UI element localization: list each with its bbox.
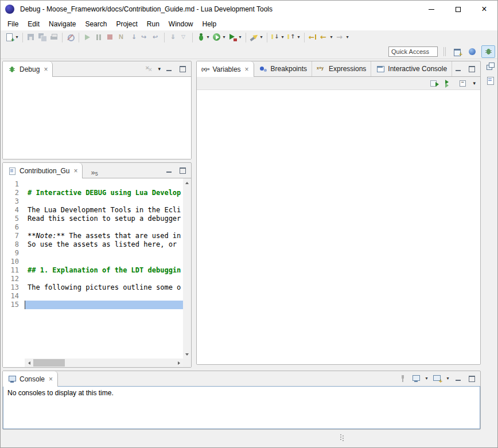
debug-button[interactable]: ▾ <box>195 31 211 44</box>
dropdown-icon[interactable]: ▾ <box>222 31 226 44</box>
step-return-button[interactable] <box>150 31 162 44</box>
minimize-icon[interactable] <box>454 374 463 383</box>
maximize-icon[interactable] <box>467 374 476 383</box>
close-icon[interactable]: × <box>73 167 77 174</box>
tab-variables[interactable]: (x)= Variables × <box>197 61 254 77</box>
line-number[interactable]: 3 <box>3 197 25 206</box>
line-number[interactable]: 8 <box>3 240 25 249</box>
scroll-up-button[interactable] <box>183 178 191 187</box>
step-into-button[interactable] <box>127 31 139 44</box>
dropdown-icon[interactable]: ▾ <box>329 31 333 44</box>
line-number[interactable]: 2 <box>3 189 25 197</box>
save-button[interactable] <box>25 31 37 44</box>
resume-button[interactable] <box>81 31 93 44</box>
run-button[interactable]: ▾ <box>211 31 227 44</box>
console-view-content[interactable]: No consoles to display at this time. <box>3 386 480 429</box>
previous-annotation-button[interactable]: ▾ <box>286 31 302 44</box>
dropdown-icon[interactable]: ▾ <box>425 372 429 385</box>
line-number[interactable]: 12 <box>3 275 25 283</box>
editor-gutter[interactable]: 123456789101112131415 <box>3 178 25 359</box>
code-line[interactable] <box>25 249 183 258</box>
line-number[interactable]: 6 <box>3 223 25 232</box>
step-over-button[interactable] <box>139 31 150 44</box>
horizontal-scrollbar[interactable] <box>25 359 183 367</box>
next-annotation-button[interactable]: ▾ <box>270 31 286 44</box>
line-number[interactable]: 5 <box>3 215 25 223</box>
forward-button[interactable]: ▾ <box>334 31 351 44</box>
display-selected-console-icon[interactable] <box>411 374 421 383</box>
view-menu-icon[interactable]: ▾ <box>473 76 476 91</box>
tab-overflow-indicator[interactable]: » 5 <box>83 163 101 178</box>
show-logical-structure-icon[interactable] <box>430 79 439 88</box>
line-number[interactable]: 4 <box>3 206 25 215</box>
menu-item-help[interactable]: Help <box>198 18 221 30</box>
line-number[interactable]: 10 <box>3 258 25 266</box>
menu-item-navigate[interactable]: Navigate <box>44 18 80 30</box>
line-number[interactable]: 15 <box>3 301 25 309</box>
line-number[interactable]: 14 <box>3 292 25 301</box>
dropdown-icon[interactable]: ▾ <box>206 31 210 44</box>
restore-view-icon[interactable] <box>485 62 495 71</box>
code-line[interactable]: ## 1. Explanation of the LDT debuggin <box>25 266 183 275</box>
code-line[interactable]: # Interactive DEBUG using Lua Develop <box>25 189 183 197</box>
code-line[interactable]: **Note:** The assets that are used in <box>25 232 183 240</box>
search-button[interactable]: ▾ <box>248 31 264 44</box>
tab-console[interactable]: Console × <box>3 371 58 387</box>
tab-expressions[interactable]: Expressions <box>312 61 371 76</box>
drop-to-frame-button[interactable] <box>167 31 178 44</box>
minimize-window-button[interactable] <box>418 1 445 18</box>
tab-interactive-console[interactable]: Interactive Console <box>371 61 452 76</box>
menu-item-search[interactable]: Search <box>80 18 111 30</box>
line-number[interactable]: 7 <box>3 232 25 240</box>
back-button[interactable]: ▾ <box>318 31 334 44</box>
dropdown-icon[interactable]: ▾ <box>281 31 285 44</box>
debug-view-content[interactable] <box>3 76 191 159</box>
pin-console-icon[interactable] <box>398 374 407 383</box>
scrollbar-thumb[interactable] <box>33 359 65 367</box>
editor-lines[interactable]: # Interactive DEBUG using Lua DevelopThe… <box>25 178 183 359</box>
line-number[interactable]: 1 <box>3 180 25 189</box>
collapse-all-icon[interactable] <box>458 79 468 88</box>
debug-perspective-button[interactable] <box>481 45 495 58</box>
code-line[interactable]: The following pictures outline some o <box>25 283 183 292</box>
lua-perspective-button[interactable] <box>465 45 479 58</box>
code-line[interactable] <box>25 197 183 206</box>
code-line[interactable] <box>25 292 183 301</box>
status-bar-gripper[interactable] <box>340 434 344 443</box>
step-filters-button[interactable] <box>178 31 190 44</box>
menu-item-edit[interactable]: Edit <box>23 18 44 30</box>
line-number[interactable]: 11 <box>3 266 25 275</box>
view-menu-icon[interactable]: ▾ <box>158 61 161 76</box>
save-all-button[interactable] <box>37 31 48 44</box>
dropdown-icon[interactable]: ▾ <box>345 31 349 44</box>
dropdown-icon[interactable]: ▾ <box>446 372 450 385</box>
code-line[interactable] <box>25 180 183 189</box>
vertical-scrollbar[interactable] <box>183 178 191 359</box>
skip-breakpoints-button[interactable] <box>65 31 76 44</box>
suspend-button[interactable] <box>93 31 104 44</box>
open-perspective-button[interactable] <box>450 45 464 58</box>
maximize-icon[interactable] <box>467 64 476 73</box>
maximize-window-button[interactable] <box>445 1 471 18</box>
open-console-icon[interactable] <box>433 374 442 383</box>
print-button[interactable] <box>48 31 60 44</box>
code-line[interactable] <box>25 275 183 283</box>
tab-breakpoints[interactable]: Breakpoints <box>254 61 312 76</box>
outline-view-icon[interactable] <box>485 76 495 85</box>
menu-item-window[interactable]: Window <box>164 18 198 30</box>
disconnect-button[interactable] <box>116 31 127 44</box>
menu-item-run[interactable]: Run <box>142 18 164 30</box>
terminate-button[interactable] <box>104 31 116 44</box>
minimize-icon[interactable] <box>165 64 174 73</box>
dropdown-icon[interactable]: ▾ <box>15 31 19 44</box>
code-line[interactable]: So use the assets as listed here, or <box>25 240 183 249</box>
close-icon[interactable]: × <box>44 66 48 73</box>
variables-view-content[interactable] <box>197 90 480 364</box>
new-wizard-button[interactable]: ▾ <box>4 31 20 44</box>
minimize-icon[interactable] <box>454 64 463 73</box>
scroll-left-button[interactable] <box>25 359 33 367</box>
menu-item-file[interactable]: File <box>3 18 23 30</box>
tab-contribution-guide[interactable]: Contribution_Gu × <box>3 163 83 178</box>
close-icon[interactable]: × <box>245 66 249 73</box>
line-number[interactable]: 13 <box>3 283 25 292</box>
